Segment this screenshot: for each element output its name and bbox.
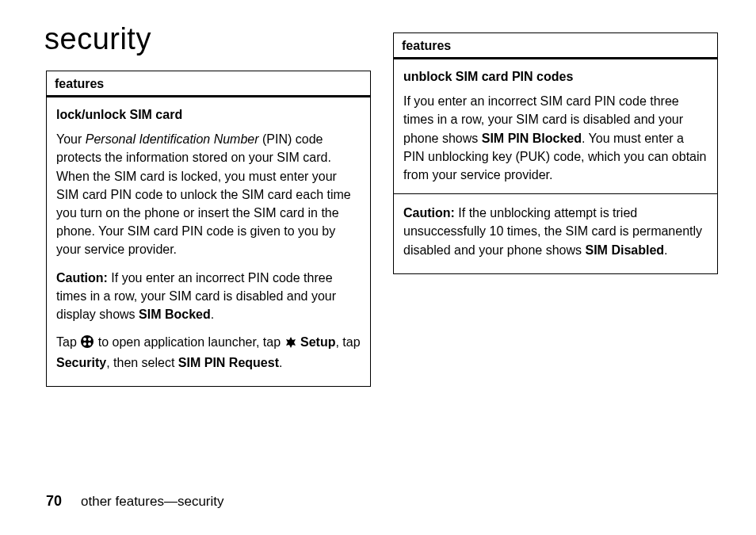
right-column: features unblock SIM card PIN codes If y… — [393, 32, 718, 274]
app-launcher-icon — [80, 334, 94, 353]
left-column: features lock/unlock SIM card Your Perso… — [46, 71, 371, 387]
feature-box-unblock: features unblock SIM card PIN codes If y… — [393, 32, 718, 274]
paragraph-unblock-description: If you enter an incorrect SIM card PIN c… — [403, 92, 708, 184]
sim-pin-request-label: SIM PIN Request — [178, 356, 279, 369]
subheading-unblock: unblock SIM card PIN codes — [403, 67, 708, 86]
feature-body: lock/unlock SIM card Your Personal Ident… — [47, 97, 370, 386]
paragraph-caution-left: Caution: If you enter an incorrect PIN c… — [56, 269, 361, 324]
sim-pin-blocked-label: SIM PIN Blocked — [482, 132, 582, 145]
subheading-lock-unlock: lock/unlock SIM card — [56, 105, 361, 124]
svg-point-1 — [83, 338, 86, 341]
feature-header: features — [394, 33, 717, 59]
svg-point-4 — [88, 342, 91, 346]
feature-box-lock-unlock: features lock/unlock SIM card Your Perso… — [46, 71, 371, 387]
paragraph-caution-right: Caution: If the unblocking attempt is tr… — [403, 204, 708, 259]
section-divider — [394, 193, 717, 194]
italic-pin: Personal Identification Number — [86, 132, 259, 146]
sim-disabled-label: SIM Disabled — [586, 243, 665, 257]
page-footer: 70other features—security — [46, 493, 224, 510]
sim-bocked-label: SIM Bocked — [139, 308, 211, 321]
feature-header: features — [47, 71, 370, 97]
caution-label: Caution: — [56, 271, 108, 285]
page-number: 70 — [46, 493, 62, 509]
security-label: Security — [56, 356, 106, 369]
feature-body: unblock SIM card PIN codes If you enter … — [394, 59, 717, 273]
paragraph-pin-description: Your Personal Identification Number (PIN… — [56, 130, 361, 258]
caution-label: Caution: — [403, 206, 455, 220]
paragraph-instructions: Tap to open application launcher, tap Se… — [56, 333, 361, 372]
svg-point-3 — [83, 342, 86, 346]
svg-point-0 — [81, 335, 94, 348]
footer-section-path: other features—security — [81, 494, 223, 509]
setup-label: Setup — [300, 335, 335, 349]
setup-icon — [284, 335, 297, 353]
content-columns: features lock/unlock SIM card Your Perso… — [46, 71, 718, 387]
svg-point-2 — [88, 338, 91, 341]
